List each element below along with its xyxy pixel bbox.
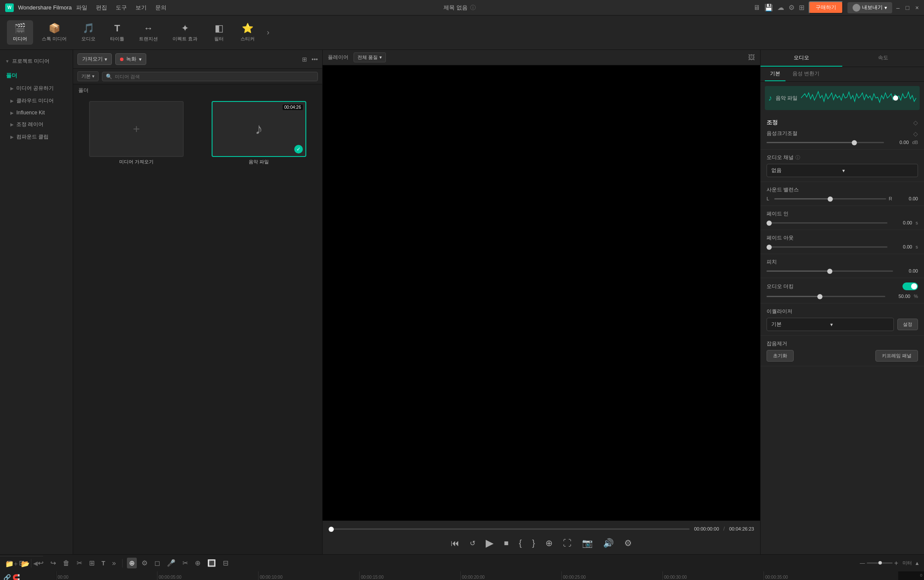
buy-button[interactable]: 구매하기 [809,1,843,14]
ducking-toggle[interactable] [902,282,918,290]
project-media-header[interactable]: ▼ 프로젝트 미디어 [5,56,68,67]
add-folder-icon[interactable]: 📁+ [5,560,18,568]
color-wheel-button[interactable]: ⚙ [139,558,150,568]
maximize-button[interactable]: □ [906,4,909,11]
play-button[interactable]: ▶ [484,535,495,551]
progress-bar[interactable] [329,528,690,530]
volume-diamond[interactable]: ◇ [913,130,918,137]
link-tracks-icon[interactable]: 🔗 [3,574,11,580]
toolbar-filter[interactable]: ◧ 필터 [206,20,232,45]
add-to-timeline-button[interactable]: ⊕ [544,536,554,550]
import-thumb[interactable]: + [89,101,184,157]
menu-tools[interactable]: 도구 [116,4,127,12]
toolbar-transition[interactable]: ↔ 트랜지션 [133,20,164,45]
record-button[interactable]: 녹화 ▾ [115,53,146,65]
eq-settings-button[interactable]: 설정 [897,319,918,330]
ducking-slider[interactable] [767,296,885,297]
zoom-out-button[interactable]: ⊟ [221,558,231,568]
toolbar-effects[interactable]: ✦ 이펙트 효과 [166,20,203,45]
fullscreen-button[interactable]: ⛶ [561,537,573,550]
toolbar-media[interactable]: 🎬 미디어 [7,20,33,45]
import-button[interactable]: 가져오기 ▾ [77,53,112,65]
volume-label: 음성크기조절 ◇ [767,130,918,137]
volume-slider[interactable] [767,142,884,143]
mark-out-button[interactable]: } [530,537,537,550]
menu-help[interactable]: 문의 [155,4,166,12]
loop-button[interactable]: ↺ [468,537,477,549]
scene-detection-button[interactable]: ⊕ [127,558,137,568]
crop-button[interactable]: ⊞ [87,558,97,568]
sidebar-item-compound-clip[interactable]: ▶ 컴파운드 클립 [0,131,73,143]
search-box[interactable]: 🔍 [102,72,318,81]
close-button[interactable]: × [915,4,919,11]
keyframe-panel-button[interactable]: 키프레임 패널 [875,350,918,362]
more-options-icon[interactable]: ••• [311,56,318,63]
audio-channel-dropdown[interactable]: 없음 ▾ [767,164,918,177]
zoom-plus-icon[interactable]: + [894,559,898,567]
toolbar-title[interactable]: T 타이틀 [104,20,130,45]
toolbar-sticker[interactable]: ⭐ 스티커 [234,20,261,45]
sidebar-item-adjustment-layer[interactable]: ▶ 조정 레이어 [0,118,73,131]
eq-select[interactable]: 기본 ▾ [767,318,894,331]
split-audio-button[interactable]: ✂ [180,558,190,568]
pitch-slider[interactable] [767,270,893,272]
menu-view[interactable]: 보기 [136,4,147,12]
search-icon: 🔍 [106,74,112,80]
more-tools-button[interactable]: » [110,558,118,568]
view-filter-button[interactable]: 기본 ▾ [77,71,99,81]
minimize-button[interactable]: – [896,4,900,11]
fade-out-slider[interactable] [767,246,887,248]
delete-button[interactable]: 🗑 [61,558,72,568]
balance-slider[interactable] [774,198,886,199]
sidebar-item-cloud-media[interactable]: ▶ 클라우드 미디어 [0,95,73,107]
snap-icon[interactable]: 🧲 [12,574,20,580]
stop-button[interactable]: ■ [502,537,510,549]
filter-list-icon[interactable]: ⊞ [302,56,307,63]
tab-speed[interactable]: 속도 [842,50,924,67]
fade-in-slider[interactable] [767,222,887,224]
effects-btn[interactable]: ⊕ [193,558,203,568]
fade-in-unit: s [916,220,918,225]
adjust-section: 조정 ◇ 음성크기조절 ◇ 0.00 dB [761,114,924,150]
toolbar-audio[interactable]: 🎵 오디오 [75,20,102,45]
preview-settings-button[interactable]: ⚙ [622,536,634,550]
menu-edit[interactable]: 편집 [96,4,107,12]
tab-basic[interactable]: 기본 [765,67,785,81]
zoom-minus-icon[interactable]: — [860,560,865,566]
freeze-frame-button[interactable]: 🔳 [205,558,218,568]
profile-button[interactable]: 내보내기 ▾ [847,2,892,13]
toolbar-more[interactable]: › [263,28,273,37]
preview-settings-icon[interactable]: 🖼 [748,54,755,61]
sidebar-item-media-share[interactable]: ▶ 미디어 공유하기 [0,82,73,95]
preview-btn-row: ⏮ ↺ ▶ ■ { } ⊕ ⛶ 📷 🔊 ⚙ [329,535,754,551]
mark-in-button[interactable]: { [517,537,524,550]
sidebar-item-influence-kit[interactable]: ▶ Influence Kit [0,107,73,118]
meter-up-icon[interactable]: ▲ [915,560,920,566]
audio-record-button[interactable]: 🎤 [165,558,178,568]
new-folder-icon[interactable]: 📂 [21,560,30,568]
screenshot-button[interactable]: 📷 [580,536,594,550]
icon-settings: ⚙ [788,3,795,12]
redo-button[interactable]: ↪ [48,558,58,568]
prev-frame-button[interactable]: ⏮ [449,537,461,550]
crop-tool-button[interactable]: ◻ [152,558,162,568]
quality-select[interactable]: 전체 품질 ▾ [354,52,386,62]
tab-voice-changer[interactable]: 음성 변환기 [787,67,825,81]
text-button[interactable]: T [99,559,108,568]
import-media-item[interactable]: + 미디어 가져오기 [77,101,196,165]
project-media-label: 프로젝트 미디어 [12,58,49,65]
adjust-diamond[interactable]: ◇ [913,119,918,126]
zoom-slider[interactable] [867,562,893,564]
toolbar-separator-2 [122,559,123,568]
music-file-item[interactable]: ♪ 00:04:26 ✓ 음악 파일 [200,101,318,165]
menu-file[interactable]: 파일 [76,4,87,12]
toolbar-stock[interactable]: 📦 스톡 미디어 [36,20,73,45]
search-input[interactable] [115,74,314,79]
collapse-icon[interactable]: ◀ [33,560,38,568]
tab-audio[interactable]: 오디오 [761,50,842,67]
init-button[interactable]: 초기화 [767,350,794,362]
cut-button[interactable]: ✂ [74,558,84,568]
music-thumb[interactable]: ♪ 00:04:26 ✓ [212,101,306,157]
audio-output-button[interactable]: 🔊 [601,536,616,550]
fade-out-unit: s [916,244,918,249]
